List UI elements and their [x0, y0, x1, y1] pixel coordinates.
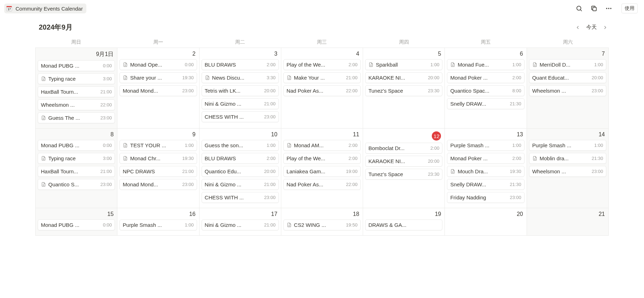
event-item[interactable]: Guess the son...1:00	[202, 140, 279, 151]
day-cell[interactable]: 20	[445, 208, 527, 236]
search-icon[interactable]	[575, 4, 583, 13]
event-item[interactable]: Monad AM...2:00	[283, 140, 361, 151]
day-cell[interactable]: 12Bomboclat Dr...2:00KARAOKE NI...20:00T…	[363, 129, 445, 208]
event-item[interactable]: Monad PUBG ...0:00	[38, 60, 115, 71]
event-item[interactable]: Monad Mond...23:00	[119, 179, 197, 190]
event-item[interactable]: Wheelsmon ...23:00	[529, 85, 606, 96]
day-cell[interactable]: 21	[527, 208, 609, 236]
day-cell[interactable]: 7MerriDoll D...1:00Quant Educat...20:00W…	[527, 48, 609, 129]
event-item[interactable]: DRAWS & GA...	[365, 219, 442, 230]
event-item[interactable]: Quantico Edu...20:00	[202, 166, 279, 177]
event-item[interactable]: KARAOKE NI...20:00	[365, 72, 442, 83]
event-item[interactable]: Nini & Gizmo ...21:00	[202, 219, 279, 230]
event-item[interactable]: NPC DRAWS21:00	[119, 166, 197, 177]
event-item[interactable]: CHESS WITH ...23:00	[202, 192, 279, 203]
event-title: Monad PUBG ...	[41, 63, 101, 69]
event-item[interactable]: Tunez's Space23:30	[365, 85, 442, 96]
day-number: 18	[283, 210, 361, 217]
more-icon[interactable]	[605, 4, 613, 13]
event-item[interactable]: Purple Smash ...1:00	[119, 219, 197, 230]
event-item[interactable]: Quantico S...23:00	[38, 179, 115, 190]
event-item[interactable]: Monad Poker ...2:00	[447, 72, 524, 83]
today-button[interactable]: 今天	[586, 24, 597, 31]
event-item[interactable]: Play of the We...2:00	[283, 153, 361, 164]
event-item[interactable]: Snelly DRAW...21:30	[447, 179, 524, 190]
event-time: 1:00	[594, 62, 603, 67]
event-item[interactable]: Laniakea Gam...19:00	[283, 166, 361, 177]
prev-month-button[interactable]	[574, 24, 581, 31]
event-time: 1:00	[594, 143, 603, 148]
event-item[interactable]: Tunez's Space23:30	[365, 169, 442, 180]
day-cell[interactable]: 9TEST YOUR ...1:00Monad Chr...19:30NPC D…	[117, 129, 199, 208]
event-item[interactable]: Monad PUBG ...0:00	[38, 140, 115, 151]
day-cell[interactable]: 10Guess the son...1:00BLU DRAWS2:00Quant…	[200, 129, 281, 208]
event-item[interactable]: Monad Fue...1:00	[447, 59, 524, 70]
day-number: 14	[529, 131, 606, 138]
use-button[interactable]: 使用	[621, 4, 638, 13]
event-item[interactable]: Bomboclat Dr...2:00	[365, 143, 442, 154]
event-item[interactable]: Mouch Dra...19:30	[447, 166, 524, 177]
copy-icon[interactable]	[590, 4, 598, 13]
day-cell[interactable]: 15Monad PUBG ...0:00	[36, 208, 117, 236]
event-item[interactable]: Friday Nadding23:00	[447, 192, 524, 203]
event-item[interactable]: BLU DRAWS2:00	[202, 59, 279, 70]
event-item[interactable]: Monad Chr...19:30	[119, 153, 197, 164]
event-item[interactable]: MerriDoll D...1:00	[529, 59, 606, 70]
breadcrumb[interactable]: 17 Community Events Calendar	[4, 4, 86, 13]
event-item[interactable]: Nad Poker As...22:00	[283, 179, 361, 190]
event-item[interactable]: Moblin dra...21:30	[529, 153, 606, 164]
event-item[interactable]: Share your ...19:30	[119, 72, 197, 83]
day-cell[interactable]: 11Monad AM...2:00Play of the We...2:00La…	[281, 129, 363, 208]
event-item[interactable]: Monad PUBG ...0:00	[38, 219, 115, 230]
event-item[interactable]: Purple Smash ...1:00	[529, 140, 606, 151]
next-month-button[interactable]	[602, 24, 609, 31]
event-item[interactable]: BLU DRAWS2:00	[202, 153, 279, 164]
event-item[interactable]: Monad Poker ...2:00	[447, 153, 524, 164]
event-item[interactable]: Guess The ...23:00	[38, 112, 115, 123]
event-title: Quantico Spac...	[450, 88, 510, 94]
event-title: TEST YOUR ...	[130, 142, 183, 148]
event-item[interactable]: Tetris with LK...20:00	[202, 85, 279, 96]
event-item[interactable]: Nad Poker As...22:00	[283, 85, 361, 96]
event-item[interactable]: Quant Educat...20:00	[529, 72, 606, 83]
day-cell[interactable]: 5Sparkball1:00KARAOKE NI...20:00Tunez's …	[363, 48, 445, 129]
day-cell[interactable]: 19DRAWS & GA...	[363, 208, 445, 236]
event-item[interactable]: Nini & Gizmo ...21:00	[202, 98, 279, 109]
day-cell[interactable]: 4Play of the We...2:00Make Your ...21:00…	[281, 48, 363, 129]
day-cell[interactable]: 17Nini & Gizmo ...21:00	[200, 208, 281, 236]
day-cell[interactable]: 8Monad PUBG ...0:00Typing race3:00HaxBal…	[36, 129, 117, 208]
event-item[interactable]: Wheelsmon ...22:00	[38, 99, 115, 110]
day-cell[interactable]: 14Purple Smash ...1:00Moblin dra...21:30…	[527, 129, 609, 208]
event-item[interactable]: News Discu...3:30	[202, 72, 279, 83]
event-item[interactable]: Make Your ...21:00	[283, 72, 361, 83]
event-item[interactable]: Typing race3:00	[38, 153, 115, 164]
event-item[interactable]: TEST YOUR ...1:00	[119, 140, 197, 151]
event-item[interactable]: Quantico Spac...8:00	[447, 85, 524, 96]
event-item[interactable]: CHESS WITH ...23:00	[202, 111, 279, 122]
event-title: NPC DRAWS	[123, 168, 180, 174]
event-item[interactable]: Sparkball1:00	[365, 59, 442, 70]
day-cell[interactable]: 2Monad Ope...0:00Share your ...19:30Mona…	[117, 48, 199, 129]
event-item[interactable]: Nini & Gizmo ...21:00	[202, 179, 279, 190]
event-item[interactable]: Monad Mond...23:00	[119, 85, 197, 96]
event-item[interactable]: Monad Ope...0:00	[119, 59, 197, 70]
day-cell[interactable]: 18CS2 WING ...19:50	[281, 208, 363, 236]
day-cell[interactable]: 3BLU DRAWS2:00News Discu...3:30Tetris wi…	[200, 48, 281, 129]
day-cell[interactable]: 6Monad Fue...1:00Monad Poker ...2:00Quan…	[445, 48, 527, 129]
event-item[interactable]: Typing race3:00	[38, 73, 115, 84]
event-time: 21:30	[510, 101, 521, 106]
day-cell[interactable]: 13Purple Smash ...1:00Monad Poker ...2:0…	[445, 129, 527, 208]
event-item[interactable]: KARAOKE NI...20:00	[365, 156, 442, 167]
event-item[interactable]: HaxBall Tourn...21:00	[38, 166, 115, 177]
event-item[interactable]: HaxBall Tourn...21:00	[38, 86, 115, 97]
event-item[interactable]: CS2 WING ...19:50	[283, 219, 361, 230]
day-cell[interactable]: 16Purple Smash ...1:00	[117, 208, 199, 236]
day-cell[interactable]: 9月1日Monad PUBG ...0:00Typing race3:00Hax…	[36, 48, 117, 129]
event-item[interactable]: Purple Smash ...1:00	[447, 140, 524, 151]
event-title: Guess The ...	[48, 115, 98, 121]
event-item[interactable]: Snelly DRAW...21:30	[447, 98, 524, 109]
event-item[interactable]: Wheelsmon ...23:00	[529, 166, 606, 177]
event-time: 2:00	[512, 75, 521, 80]
event-title: BLU DRAWS	[205, 155, 265, 161]
event-item[interactable]: Play of the We...2:00	[283, 59, 361, 70]
